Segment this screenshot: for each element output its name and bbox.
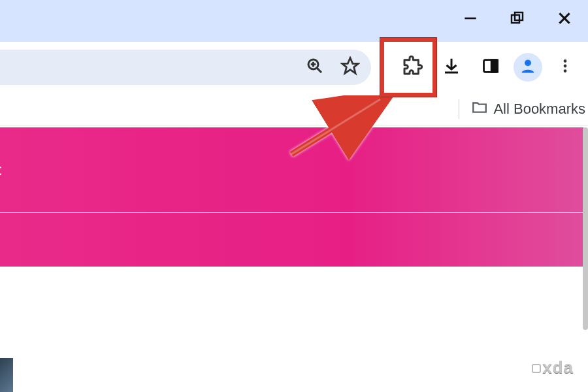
bookmark-page-button[interactable] <box>338 56 362 79</box>
zoom-indicator-button[interactable] <box>303 56 327 79</box>
folder-icon <box>471 99 488 120</box>
svg-line-6 <box>317 68 321 73</box>
downloads-button[interactable] <box>435 51 468 84</box>
more-vert-icon <box>557 57 574 77</box>
all-bookmarks-button[interactable]: All Bookmarks <box>471 99 585 120</box>
side-panel-button[interactable] <box>474 51 507 84</box>
svg-rect-13 <box>491 60 497 73</box>
profile-button[interactable] <box>514 53 542 82</box>
star-icon <box>340 56 360 78</box>
page-subheader-band <box>0 213 583 267</box>
close-button[interactable] <box>550 5 579 34</box>
page-content: t <box>0 127 585 392</box>
svg-point-16 <box>564 65 567 68</box>
page-scrollbar[interactable] <box>580 127 588 392</box>
window-titlebar <box>0 0 588 42</box>
extensions-button[interactable] <box>396 51 429 84</box>
download-icon <box>442 56 461 78</box>
close-icon <box>556 10 573 29</box>
menu-button[interactable] <box>549 51 581 84</box>
browser-toolbar <box>0 42 588 93</box>
page-header-text-fragment: t <box>0 161 1 179</box>
profile-icon <box>519 57 537 78</box>
zoom-in-icon <box>305 56 325 78</box>
content-thumbnail-fragment <box>0 358 13 392</box>
minimize-button[interactable] <box>456 5 485 34</box>
svg-marker-9 <box>342 58 359 74</box>
maximize-button[interactable] <box>503 5 532 34</box>
scrollbar-thumb[interactable] <box>583 127 588 330</box>
svg-point-15 <box>564 59 567 63</box>
all-bookmarks-label: All Bookmarks <box>493 101 585 118</box>
bookmarks-bar: All Bookmarks <box>0 93 588 125</box>
maximize-icon <box>510 10 525 29</box>
extensions-icon <box>402 56 423 79</box>
address-bar[interactable] <box>0 50 371 85</box>
separator <box>459 99 459 119</box>
page-header-band: t <box>0 127 583 212</box>
svg-point-17 <box>564 69 567 73</box>
svg-point-14 <box>525 59 531 66</box>
side-panel-icon <box>482 57 500 78</box>
minimize-icon <box>462 10 479 29</box>
